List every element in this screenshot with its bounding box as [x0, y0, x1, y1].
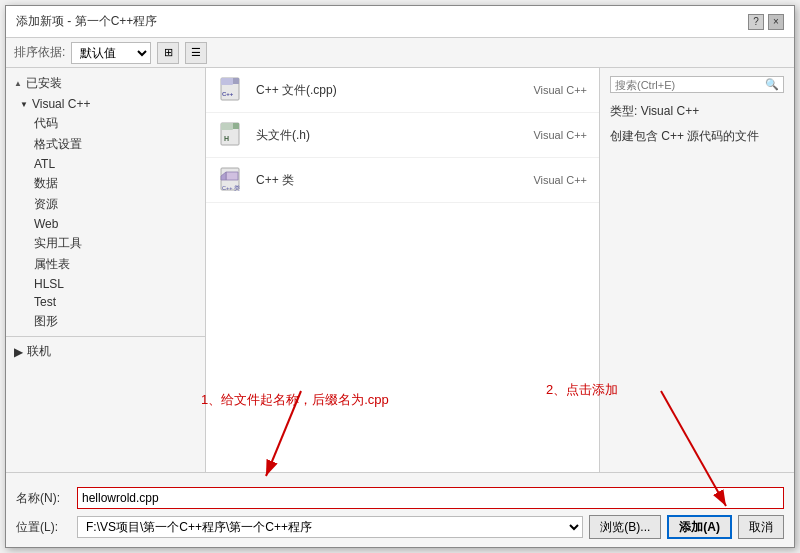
- visual-cpp-triangle: ▼: [20, 100, 28, 109]
- h-file-name: 头文件(.h): [256, 127, 523, 144]
- file-item-cpp[interactable]: C++ C++ 文件(.cpp) Visual C++: [206, 68, 599, 113]
- browse-button[interactable]: 浏览(B)...: [589, 515, 661, 539]
- close-button[interactable]: ×: [768, 14, 784, 30]
- tree-item-test[interactable]: Test: [6, 293, 205, 311]
- installed-section[interactable]: ▲ 已安装: [6, 72, 205, 95]
- installed-triangle: ▲: [14, 79, 22, 88]
- tree-item-data[interactable]: 数据: [6, 173, 205, 194]
- cpp-file-tag: Visual C++: [533, 84, 587, 96]
- h-file-tag: Visual C++: [533, 129, 587, 141]
- network-label: 联机: [27, 343, 51, 360]
- file-list: C++ C++ 文件(.cpp) Visual C++ H: [206, 68, 599, 472]
- bottom-panel: 名称(N): 位置(L): F:\VS项目\第一个C++程序\第一个C++程序 …: [6, 472, 794, 547]
- svg-text:C++: C++: [222, 91, 234, 97]
- installed-label: 已安装: [26, 75, 62, 92]
- sort-label: 排序依据:: [14, 44, 65, 61]
- tree-item-hlsl[interactable]: HLSL: [6, 275, 205, 293]
- type-description: 创建包含 C++ 源代码的文件: [610, 128, 784, 145]
- class-file-name: C++ 类: [256, 172, 523, 189]
- main-content: ▲ 已安装 ▼ Visual C++ 代码 格式设置 ATL 数据 资源 Web…: [6, 68, 794, 472]
- center-panel: C++ C++ 文件(.cpp) Visual C++ H: [206, 68, 599, 472]
- tree-item-resource[interactable]: 资源: [6, 194, 205, 215]
- file-item-class[interactable]: C++ 类 C++ 类 Visual C++: [206, 158, 599, 203]
- visual-cpp-label: Visual C++: [32, 97, 90, 111]
- cpp-file-name: C++ 文件(.cpp): [256, 82, 523, 99]
- svg-rect-2: [233, 78, 239, 84]
- title-bar: 添加新项 - 第一个C++程序 ? ×: [6, 6, 794, 38]
- dialog-title: 添加新项 - 第一个C++程序: [16, 13, 157, 30]
- class-file-icon: C++ 类: [218, 166, 246, 194]
- location-label: 位置(L):: [16, 519, 71, 536]
- search-icon: 🔍: [765, 78, 779, 91]
- svg-marker-9: [226, 172, 238, 180]
- svg-rect-5: [221, 123, 233, 130]
- tree-item-atl[interactable]: ATL: [6, 155, 205, 173]
- cpp-file-icon: C++: [218, 76, 246, 104]
- dialog-container: 添加新项 - 第一个C++程序 ? × 排序依据: 默认值 ⊞ ☰ ▲ 已安装 …: [5, 5, 795, 548]
- right-panel: 🔍 类型: Visual C++ 创建包含 C++ 源代码的文件: [599, 68, 794, 472]
- tree-item-graphics[interactable]: 图形: [6, 311, 205, 332]
- visual-cpp-category[interactable]: ▼ Visual C++: [6, 95, 205, 113]
- tree-item-utility[interactable]: 实用工具: [6, 233, 205, 254]
- name-row: 名称(N):: [16, 487, 784, 509]
- network-item[interactable]: ▶ 联机: [6, 341, 205, 362]
- svg-rect-1: [221, 78, 233, 85]
- class-file-tag: Visual C++: [533, 174, 587, 186]
- type-label: 类型: Visual C++: [610, 103, 784, 120]
- toolbar: 排序依据: 默认值 ⊞ ☰: [6, 38, 794, 68]
- tree-item-code[interactable]: 代码: [6, 113, 205, 134]
- svg-text:C++ 类: C++ 类: [222, 185, 240, 191]
- svg-text:H: H: [224, 135, 229, 142]
- title-controls: ? ×: [748, 14, 784, 30]
- tree-item-format[interactable]: 格式设置: [6, 134, 205, 155]
- h-file-icon: H: [218, 121, 246, 149]
- location-select[interactable]: F:\VS项目\第一个C++程序\第一个C++程序: [77, 516, 583, 538]
- grid-view-button[interactable]: ⊞: [157, 42, 179, 64]
- network-triangle: ▶: [14, 345, 23, 359]
- search-box[interactable]: 🔍: [610, 76, 784, 93]
- cancel-button[interactable]: 取消: [738, 515, 784, 539]
- sort-select[interactable]: 默认值: [71, 42, 151, 64]
- file-item-h[interactable]: H 头文件(.h) Visual C++: [206, 113, 599, 158]
- search-input[interactable]: [615, 79, 765, 91]
- tree-item-web[interactable]: Web: [6, 215, 205, 233]
- list-view-button[interactable]: ☰: [185, 42, 207, 64]
- section-divider: [6, 336, 205, 337]
- name-label: 名称(N):: [16, 490, 71, 507]
- location-row: 位置(L): F:\VS项目\第一个C++程序\第一个C++程序 浏览(B)..…: [16, 515, 784, 539]
- svg-rect-6: [233, 123, 239, 129]
- name-input[interactable]: [77, 487, 784, 509]
- add-button[interactable]: 添加(A): [667, 515, 732, 539]
- question-button[interactable]: ?: [748, 14, 764, 30]
- tree-item-property[interactable]: 属性表: [6, 254, 205, 275]
- left-panel: ▲ 已安装 ▼ Visual C++ 代码 格式设置 ATL 数据 资源 Web…: [6, 68, 206, 472]
